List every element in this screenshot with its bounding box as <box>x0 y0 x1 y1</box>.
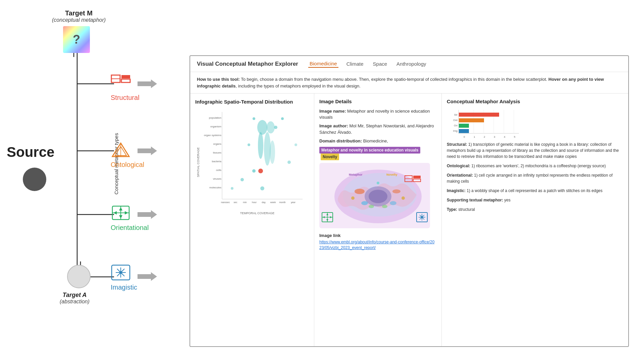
target-m-label: Target M (conceptual metaphor) <box>52 9 106 23</box>
image-link-url[interactable]: https://www.embl.org/about/info/course-a… <box>319 239 436 251</box>
svg-text:TEMPORAL COVERAGE: TEMPORAL COVERAGE <box>240 212 275 215</box>
svg-text:organ systems: organ systems <box>204 134 221 137</box>
svg-text:hour: hour <box>252 201 257 203</box>
svg-marker-18 <box>119 207 122 210</box>
arrow-imagistic <box>138 272 158 282</box>
ontological-analysis: Ontological: 1) ribosomes are 'workers',… <box>447 163 623 169</box>
novelty-tag: Novelty <box>321 154 339 160</box>
svg-point-82 <box>377 182 379 184</box>
question-mark-icon: ? <box>73 33 80 47</box>
svg-marker-30 <box>138 210 157 219</box>
arrow-ontological <box>138 146 158 156</box>
svg-text:min: min <box>243 201 247 203</box>
svg-point-54 <box>267 121 275 133</box>
supporting-analysis: Supporting textual metaphor: yes <box>447 197 623 203</box>
svg-point-64 <box>231 187 233 190</box>
svg-text:month: month <box>279 201 286 203</box>
imagistic-analysis: Imagistic: 1) a wobbly shape of a cell r… <box>447 188 623 194</box>
svg-text:Str: Str <box>454 113 458 116</box>
svg-point-68 <box>258 169 263 173</box>
nav-title: Visual Conceptual Metaphor Explorer <box>197 61 298 67</box>
target-m-title: Target M <box>52 9 106 17</box>
svg-marker-21 <box>125 211 128 215</box>
svg-text:population: population <box>209 116 221 119</box>
instructions-text1: To begin, choose a domain from the navig… <box>240 77 547 82</box>
image-name-label: Image name: <box>319 109 346 114</box>
svg-text:molecules: molecules <box>209 186 221 189</box>
svg-point-55 <box>258 132 263 159</box>
infographic-section: Metaphor and novelty in science educatio… <box>319 147 436 160</box>
nav-space[interactable]: Space <box>372 60 389 67</box>
orientational-label: Orientational <box>111 224 149 232</box>
svg-point-53 <box>257 120 267 135</box>
svg-rect-118 <box>459 118 484 122</box>
nav-climate[interactable]: Climate <box>345 60 365 67</box>
svg-text:Ont: Ont <box>453 119 458 122</box>
svg-text:Img: Img <box>453 129 458 132</box>
infographic-tag: Metaphor and novelty in science educatio… <box>319 147 420 154</box>
main-panel: Visual Conceptual Metaphor Explorer Biom… <box>190 55 629 347</box>
svg-rect-10 <box>121 79 130 82</box>
image-name-row: Image name: Metaphor and novelty in scie… <box>319 108 436 120</box>
svg-point-73 <box>369 190 387 203</box>
svg-marker-28 <box>138 79 157 88</box>
svg-point-62 <box>252 169 256 173</box>
supporting-label: Supporting textual metaphor: <box>447 198 503 202</box>
svg-text:year: year <box>291 201 296 204</box>
svg-text:bacteria: bacteria <box>212 160 222 163</box>
instructions: How to use this tool: To begin, choose a… <box>190 72 628 94</box>
structural-analysis: Structural: 1) transcription of genetic … <box>447 141 623 160</box>
type-value: structural <box>458 207 475 212</box>
svg-point-27 <box>119 271 122 274</box>
svg-text:cells: cells <box>216 169 221 172</box>
svg-point-63 <box>240 178 244 181</box>
svg-text:day: day <box>262 201 266 204</box>
orientational-analysis-label: Orientational: <box>447 173 473 178</box>
image-author-label: Image author: <box>319 123 348 128</box>
target-a-subtitle: (abstraction) <box>60 299 90 305</box>
image-author-row: Image author: Mol Mir, Stephan Nowotarsk… <box>319 123 436 135</box>
svg-point-67 <box>294 143 297 146</box>
image-details-title: Image Details <box>319 99 436 104</box>
structural-label: Structural <box>111 94 140 102</box>
svg-text:2: 2 <box>484 135 485 138</box>
svg-point-58 <box>253 117 255 120</box>
image-panel: Image Details Image name: Metaphor and n… <box>314 94 442 347</box>
scatter-title: Infographic Spatio-Temporal Distribution <box>195 99 309 105</box>
imagistic-label: Imagistic <box>111 284 137 291</box>
imagistic-icon <box>111 264 131 281</box>
svg-point-74 <box>355 189 365 194</box>
nav-anthropology[interactable]: Anthropology <box>395 60 427 67</box>
target-a-label: Target A (abstraction) <box>60 292 90 305</box>
svg-point-80 <box>351 196 355 200</box>
type-analysis: Type: structural <box>447 206 623 213</box>
scatterplot-svg[interactable]: SPATIAL COVERAGE TEMPORAL COVERAGE popul… <box>195 109 306 216</box>
svg-point-60 <box>274 126 277 129</box>
svg-point-56 <box>264 132 271 166</box>
scatter-panel: Infographic Spatio-Temporal Distribution… <box>190 94 314 347</box>
imagistic-icon-group: Imagistic <box>111 264 137 291</box>
target-a-circle <box>67 265 91 288</box>
svg-text:3: 3 <box>494 135 495 138</box>
svg-point-79 <box>382 205 387 208</box>
target-a-title: Target A <box>60 292 90 299</box>
ontological-analysis-label: Ontological: <box>447 164 470 168</box>
svg-text:sec: sec <box>234 201 237 203</box>
svg-marker-19 <box>119 215 122 219</box>
imagistic-analysis-text: 1) a wobbly shape of a cell represented … <box>467 188 602 193</box>
imagistic-analysis-label: Imagistic: <box>447 188 466 193</box>
image-domain-label: Domain distribution: <box>319 138 362 143</box>
target-m-subtitle: (conceptual metaphor) <box>52 17 106 23</box>
supporting-value: yes <box>504 198 511 202</box>
bar-chart-svg: 0 1 2 3 4 5 Str Ont Ori <box>447 108 521 140</box>
svg-text:1: 1 <box>474 135 475 138</box>
svg-text:0: 0 <box>464 135 465 138</box>
svg-point-57 <box>270 140 275 164</box>
analysis-title: Conceptual Metaphor Analysis <box>447 99 623 104</box>
svg-text:week: week <box>270 201 276 203</box>
image-link-title: Image link <box>319 233 436 238</box>
arrow-orientational <box>138 209 158 220</box>
nav-biomedicine[interactable]: Biomedicine <box>308 60 338 68</box>
svg-text:organs: organs <box>213 142 221 145</box>
ontological-icon <box>111 141 131 158</box>
